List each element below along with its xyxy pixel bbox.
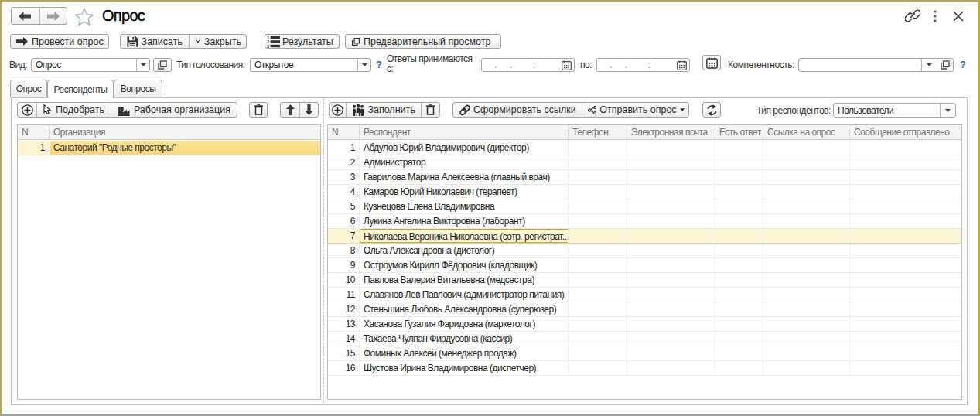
svg-text:3: 3 <box>267 43 269 47</box>
